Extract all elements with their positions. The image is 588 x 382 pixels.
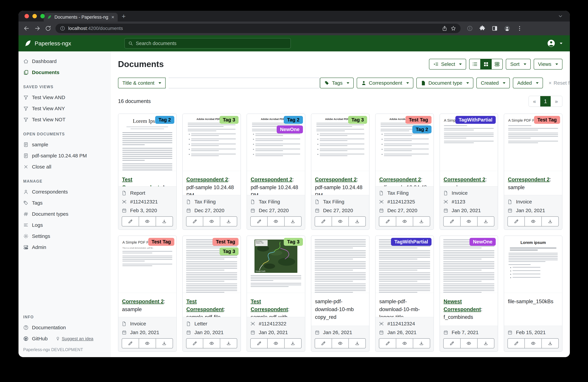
document-thumbnail[interactable] xyxy=(311,236,369,293)
extensions-puzzle-icon[interactable] xyxy=(479,25,485,32)
document-title[interactable]: Test Correspondent: A Sample PDF 2 xyxy=(118,171,176,186)
preview-button[interactable] xyxy=(139,339,156,348)
sidebar-item-dashboard[interactable]: Dashboard xyxy=(19,56,110,67)
download-button[interactable] xyxy=(220,217,237,226)
correspondent-link[interactable]: Correspondent 2 xyxy=(187,177,228,182)
preview-button[interactable] xyxy=(460,339,477,348)
preview-button[interactable] xyxy=(332,217,349,226)
current-page-button[interactable]: 1 xyxy=(540,96,551,106)
document-title[interactable]: Correspondent 2: pdf-sample 10.24.48 PM xyxy=(183,171,241,195)
edit-button[interactable] xyxy=(315,339,332,348)
sidebar-item-document-types[interactable]: Document types xyxy=(19,208,110,220)
document-thumbnail[interactable]: A Simple PDF FileTest Tag xyxy=(504,114,562,171)
edit-button[interactable] xyxy=(187,339,203,348)
select-button[interactable]: Select xyxy=(429,59,466,70)
edit-button[interactable] xyxy=(122,339,139,348)
title-content-dropdown[interactable]: Title & content xyxy=(118,78,166,88)
grid-view-button[interactable] xyxy=(480,59,492,70)
document-thumbnail[interactable]: A Simple PDF FileThis is a small demonst… xyxy=(118,236,176,293)
sidebar-item-tags[interactable]: Tags xyxy=(19,197,110,208)
correspondent-link[interactable]: Test Correspondent xyxy=(251,299,288,312)
created-filter-button[interactable]: Created xyxy=(476,78,510,88)
edit-button[interactable] xyxy=(122,217,139,226)
sidebar-item-settings[interactable]: Settings xyxy=(19,231,110,242)
download-button[interactable] xyxy=(477,339,494,348)
correspondent-link[interactable]: Test Correspondent xyxy=(187,299,224,312)
correspondent-filter-button[interactable]: Correspondent xyxy=(357,78,413,88)
document-title[interactable]: Test Correspondent: sample-pdf-file xyxy=(183,293,241,317)
sidebar-item-test-view-and[interactable]: Test View AND xyxy=(19,92,110,103)
sidebar-item-logs[interactable]: Logs xyxy=(19,220,110,231)
bookmark-star-icon[interactable] xyxy=(450,25,456,31)
preview-button[interactable] xyxy=(203,217,220,226)
document-title[interactable]: Correspondent 2: sample xyxy=(440,171,498,186)
download-button[interactable] xyxy=(413,217,430,226)
added-filter-button[interactable]: Added xyxy=(513,78,543,88)
preview-button[interactable] xyxy=(203,339,220,348)
sidebar-item-pdf-sample-10-24-48-pm[interactable]: pdf-sample 10.24.48 PM xyxy=(19,150,110,161)
edit-button[interactable] xyxy=(508,217,525,226)
document-thumbnail[interactable]: Test TagTag 3 xyxy=(183,236,241,293)
edit-button[interactable] xyxy=(251,339,267,348)
search-input[interactable] xyxy=(136,41,287,46)
share-icon[interactable] xyxy=(442,25,447,31)
document-thumbnail[interactable]: Adobe Acrobat PDF FilesTag 3 xyxy=(183,114,241,171)
edit-button[interactable] xyxy=(444,217,460,226)
app-brand[interactable]: Paperless-ngx xyxy=(19,40,111,47)
preview-button[interactable] xyxy=(525,217,542,226)
sort-button[interactable]: Sort xyxy=(506,59,530,70)
next-page-button[interactable]: » xyxy=(551,96,562,106)
global-search[interactable] xyxy=(124,38,291,49)
document-title[interactable]: sample-pdf-download-10-mb-longer-title xyxy=(376,293,434,317)
sidebar-item-close-all[interactable]: Close all xyxy=(19,161,110,172)
correspondent-link[interactable]: Correspondent 2 xyxy=(251,177,292,182)
profile-avatar-icon[interactable] xyxy=(504,25,510,32)
download-button[interactable] xyxy=(156,217,173,226)
edit-button[interactable] xyxy=(508,339,525,348)
correspondent-link[interactable]: Correspondent 2 xyxy=(379,177,421,182)
document-thumbnail[interactable]: Lorem IpsumTag 2 xyxy=(118,114,176,171)
correspondent-link[interactable]: Correspondent 2 xyxy=(444,177,485,182)
preview-button[interactable] xyxy=(525,339,542,348)
sidebar-item-documents[interactable]: Documents xyxy=(19,67,110,78)
document-title[interactable]: Correspondent 2: asample xyxy=(118,293,176,317)
sidebar-item-sample[interactable]: sample xyxy=(19,139,110,150)
tags-filter-button[interactable]: Tags xyxy=(320,78,354,88)
document-title[interactable]: Correspondent 2: sample xyxy=(504,171,562,195)
download-button[interactable] xyxy=(542,339,558,348)
address-bar[interactable]: localhost:4200/documents xyxy=(56,24,461,33)
document-thumbnail[interactable]: A Simple PDF FileTagWithPartial xyxy=(440,114,498,171)
edit-button[interactable] xyxy=(187,217,203,226)
user-menu[interactable] xyxy=(547,39,570,48)
tab-count-icon[interactable] xyxy=(467,25,473,32)
download-button[interactable] xyxy=(477,217,494,226)
document-title[interactable]: sample-pdf-download-10-mb copy_red xyxy=(311,293,369,326)
document-thumbnail[interactable]: Adobe Acrobat PDF FilesTest TagTag 2 xyxy=(376,114,434,171)
minimize-window-button[interactable] xyxy=(32,14,37,18)
title-content-input[interactable] xyxy=(168,78,320,88)
document-thumbnail[interactable]: Boundary Waters TripGoogle EarthTag 3 xyxy=(247,236,305,293)
download-button[interactable] xyxy=(284,217,301,226)
sidebar-item-test-view-any[interactable]: Test View ANY xyxy=(19,103,110,114)
download-button[interactable] xyxy=(348,339,365,348)
download-button[interactable] xyxy=(542,217,558,226)
maximize-window-button[interactable] xyxy=(40,14,45,18)
reset-filters-button[interactable]: × Reset filters xyxy=(549,80,570,86)
preview-button[interactable] xyxy=(460,217,477,226)
sidebar-item-documentation[interactable]: Documentation xyxy=(19,322,110,333)
download-button[interactable] xyxy=(220,339,237,348)
correspondent-link[interactable]: Correspondent 2 xyxy=(508,177,549,182)
detail-view-button[interactable] xyxy=(491,59,503,70)
download-button[interactable] xyxy=(413,339,430,348)
document-thumbnail[interactable]: TagWithPartial xyxy=(376,236,434,293)
list-view-button[interactable] xyxy=(469,59,481,70)
back-icon[interactable] xyxy=(23,25,30,32)
document-thumbnail[interactable]: Adobe Acrobat PDF FilesTag 2NewOne xyxy=(247,114,305,171)
preview-button[interactable] xyxy=(332,339,349,348)
edit-button[interactable] xyxy=(315,217,332,226)
edit-button[interactable] xyxy=(379,339,396,348)
side-panel-icon[interactable] xyxy=(491,25,498,32)
sidebar-item-admin[interactable]: Admin xyxy=(19,242,110,253)
preview-button[interactable] xyxy=(396,339,413,348)
document-thumbnail[interactable]: Adobe Acrobat PDF FilesTag 3 xyxy=(311,114,369,171)
